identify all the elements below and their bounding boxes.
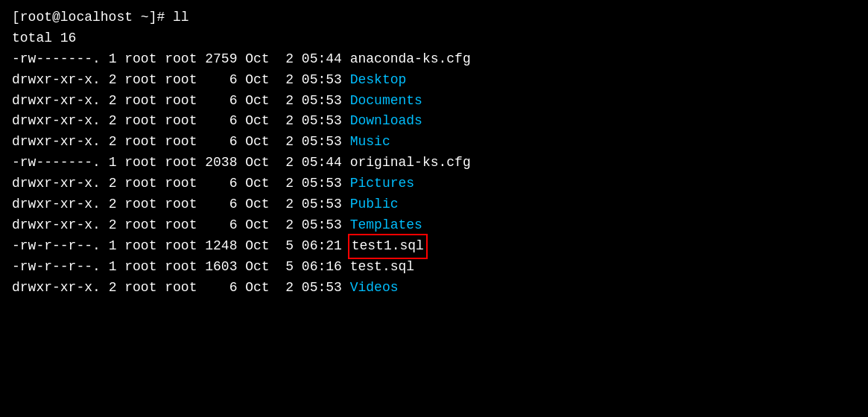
file-perms: drwxr-xr-x.	[12, 278, 101, 299]
file-meta: 2 root root 6 Oct 2 05:53	[101, 278, 350, 299]
total-line: total 16	[12, 28, 856, 49]
file-perms: drwxr-xr-x.	[12, 91, 101, 112]
file-perms: -rw-r--r--.	[12, 257, 101, 278]
file-perms: drwxr-xr-x.	[12, 194, 101, 215]
file-meta: 2 root root 6 Oct 2 05:53	[101, 111, 350, 132]
table-row: -rw-------. 1 root root 2038 Oct 2 05:44…	[12, 153, 856, 174]
table-row: drwxr-xr-x. 2 root root 6 Oct 2 05:53 De…	[12, 70, 856, 91]
file-listing: -rw-------. 1 root root 2759 Oct 2 05:44…	[12, 49, 856, 299]
file-meta: 1 root root 2759 Oct 2 05:44	[101, 49, 350, 70]
file-name: Templates	[350, 215, 422, 236]
file-meta: 2 root root 6 Oct 2 05:53	[101, 132, 350, 153]
file-perms: -rw-r--r--.	[12, 236, 101, 257]
table-row: -rw-r--r--. 1 root root 1248 Oct 5 06:21…	[12, 236, 856, 257]
file-name: Documents	[350, 91, 422, 112]
file-name: test.sql	[350, 257, 414, 278]
file-name: Public	[350, 194, 399, 215]
file-perms: drwxr-xr-x.	[12, 174, 101, 194]
terminal-window: [root@localhost ~]# ll total 16 -rw-----…	[12, 7, 856, 298]
table-row: -rw-r--r--. 1 root root 1603 Oct 5 06:16…	[12, 257, 856, 278]
total-text: total 16	[12, 28, 76, 49]
file-name: Desktop	[350, 70, 407, 91]
prompt-text: [root@localhost ~]# ll	[12, 7, 189, 28]
file-perms: drwxr-xr-x.	[12, 215, 101, 236]
file-meta: 1 root root 1603 Oct 5 06:16	[101, 257, 350, 278]
file-name: Pictures	[350, 174, 414, 194]
file-perms: -rw-------.	[12, 49, 101, 70]
table-row: drwxr-xr-x. 2 root root 6 Oct 2 05:53 Mu…	[12, 132, 856, 153]
file-perms: drwxr-xr-x.	[12, 70, 101, 91]
file-perms: -rw-------.	[12, 153, 101, 174]
file-meta: 1 root root 2038 Oct 2 05:44	[101, 153, 350, 174]
file-name: Videos	[350, 278, 399, 299]
file-meta: 1 root root 1248 Oct 5 06:21	[101, 236, 350, 257]
file-name: Downloads	[350, 111, 422, 132]
table-row: drwxr-xr-x. 2 root root 6 Oct 2 05:53 Do…	[12, 111, 856, 132]
file-perms: drwxr-xr-x.	[12, 111, 101, 132]
file-perms: drwxr-xr-x.	[12, 132, 101, 153]
table-row: -rw-------. 1 root root 2759 Oct 2 05:44…	[12, 49, 856, 70]
file-meta: 2 root root 6 Oct 2 05:53	[101, 174, 350, 194]
table-row: drwxr-xr-x. 2 root root 6 Oct 2 05:53 Te…	[12, 215, 856, 236]
file-meta: 2 root root 6 Oct 2 05:53	[101, 91, 350, 112]
file-name: original-ks.cfg	[350, 153, 471, 174]
file-name: anaconda-ks.cfg	[350, 49, 471, 70]
file-name: Music	[350, 132, 390, 153]
table-row: drwxr-xr-x. 2 root root 6 Oct 2 05:53 Do…	[12, 91, 856, 112]
file-meta: 2 root root 6 Oct 2 05:53	[101, 215, 350, 236]
table-row: drwxr-xr-x. 2 root root 6 Oct 2 05:53 Pu…	[12, 194, 856, 215]
file-meta: 2 root root 6 Oct 2 05:53	[101, 194, 350, 215]
file-meta: 2 root root 6 Oct 2 05:53	[101, 70, 350, 91]
table-row: drwxr-xr-x. 2 root root 6 Oct 2 05:53 Pi…	[12, 174, 856, 194]
file-name: test1.sql	[350, 236, 425, 257]
table-row: drwxr-xr-x. 2 root root 6 Oct 2 05:53 Vi…	[12, 278, 856, 299]
prompt-line: [root@localhost ~]# ll	[12, 7, 856, 28]
